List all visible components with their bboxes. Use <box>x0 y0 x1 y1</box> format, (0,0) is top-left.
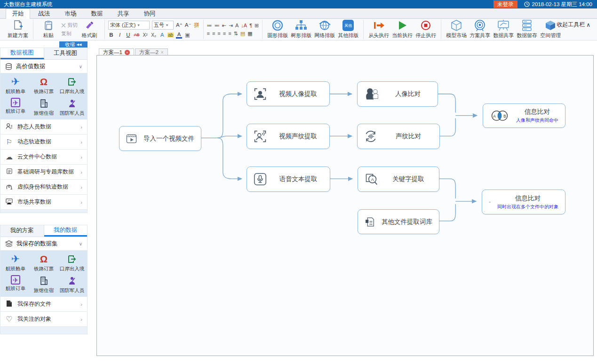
dataset-hotel-stay[interactable]: 旅馆住宿 <box>30 98 58 117</box>
dataset-border-entry[interactable]: 口岸出入境 <box>58 76 86 95</box>
sidebar-item-static-personnel[interactable]: 静态人员数据› <box>0 119 87 135</box>
tree-layout-button[interactable]: 树形排版 <box>289 19 313 40</box>
align-center-button[interactable]: ≡ <box>212 31 215 36</box>
dataset-military-personnel[interactable]: 国防军人员 <box>58 98 86 117</box>
font-size-select[interactable]: 五号▾ <box>152 21 174 30</box>
highlight-button[interactable]: ab <box>167 32 174 38</box>
sidebar-item-followed-objects[interactable]: ♡ 我关注的对象› <box>0 312 87 327</box>
cut-button[interactable]: 剪切 <box>61 22 78 29</box>
node-info-compare-2[interactable]: A B 信息比对 同时出现在多个文件中的对象 <box>482 190 565 214</box>
format-painter-button[interactable]: 格式刷 <box>78 19 101 40</box>
char-shading-button[interactable]: ▣ <box>184 32 191 38</box>
data-share-button[interactable]: 数据共享 <box>492 19 515 40</box>
data-retention-button[interactable]: 数据留存 <box>515 19 539 40</box>
menu-tab-data[interactable]: 数据 <box>85 8 109 18</box>
phonetic-guide-button[interactable]: 拼 <box>194 22 200 29</box>
dataset-flight-manifest[interactable]: ✈ 航班舱单 <box>1 76 30 95</box>
italic-button[interactable]: I <box>117 32 123 38</box>
sidebar-item-market-shared[interactable]: 市场共享数据› <box>0 195 87 210</box>
node-info-compare-1[interactable]: A B 信息比对 人像和声纹共同命中 <box>483 103 565 128</box>
align-right-button[interactable]: ≡ <box>217 31 220 36</box>
flow-canvas[interactable]: 导入一个视频文件 视频人像提取 视频声纹提取 语音文本提取 人像比对 声纹比对 … <box>96 55 594 356</box>
tab-data-view[interactable]: 数据视图 <box>0 48 44 59</box>
model-market-button[interactable]: 模型市场 <box>445 19 468 40</box>
dataset-rail-ticket[interactable]: Ω 铁路订票 <box>30 76 58 95</box>
node-other-file-lexicon[interactable]: 其他文件提取词库 <box>358 209 439 234</box>
bold-button[interactable]: B <box>108 32 114 38</box>
new-plan-button[interactable]: 新建方案 <box>6 19 30 40</box>
run-from-start-button[interactable]: 从头执行 <box>367 19 390 40</box>
copy-button[interactable]: 复制 <box>61 30 78 37</box>
menu-tab-market[interactable]: 市场 <box>58 8 83 18</box>
node-face-compare[interactable]: 人像比对 <box>357 81 438 107</box>
decrease-indent-button[interactable]: ⇤ <box>222 23 226 29</box>
stop-button[interactable]: 停止执行 <box>414 19 438 40</box>
underline-button[interactable]: U <box>125 32 131 38</box>
network-layout-button[interactable]: 网络排版 <box>313 19 336 40</box>
numbered-list-button[interactable]: ≕ <box>215 23 220 29</box>
grow-font-button[interactable]: A⁺ <box>176 22 183 28</box>
line-spacing-button[interactable]: ⇅ <box>234 31 238 37</box>
paste-button[interactable]: 粘贴 <box>37 19 60 40</box>
tab-my-plans[interactable]: 我的方案 <box>0 225 44 237</box>
strikethrough-button[interactable]: AB <box>134 32 140 37</box>
menu-tab-collab[interactable]: 协同 <box>137 8 162 18</box>
sidebar-collapse-button[interactable]: 收缩◀◀ <box>59 41 88 47</box>
toolbar-group-run: 从头执行 当前执行 停止执行 <box>364 20 441 39</box>
borders-button[interactable]: ▦ <box>247 31 252 37</box>
dataset-flight-manifest[interactable]: ✈ 航班舱单 <box>1 253 30 272</box>
node-speech-text-extract[interactable]: 语音文本提取 <box>247 166 330 192</box>
distribute-button[interactable]: ≡ <box>228 31 231 36</box>
insert-table-button[interactable]: ⊞ <box>255 23 259 29</box>
run-current-button[interactable]: 当前执行 <box>390 19 414 40</box>
text-effects-button[interactable]: A <box>159 32 165 38</box>
show-marks-button[interactable]: ¶ <box>249 23 252 28</box>
sidebar-item-research-library[interactable]: 基础调研与专题库数据› <box>0 165 87 180</box>
dataset-hotel-stay[interactable]: 旅馆住宿 <box>30 275 58 294</box>
sort-button[interactable]: ↓A <box>241 23 247 28</box>
node-import-video[interactable]: 导入一个视频文件 <box>119 126 201 151</box>
justify-button[interactable]: ≡ <box>223 31 226 36</box>
plan-tab-1[interactable]: 方案—1 × <box>99 48 134 55</box>
bullet-list-button[interactable]: ≔ <box>207 23 212 29</box>
superscript-button[interactable]: X² <box>142 32 148 38</box>
tab-my-data[interactable]: 我的数据 <box>44 225 88 237</box>
plan-tab-2[interactable]: 方案—2 × <box>135 48 168 55</box>
airplane-ticket-icon: ✈ <box>11 98 20 107</box>
dataset-border-entry[interactable]: 口岸出入境 <box>58 253 86 272</box>
voice-sync-icon <box>364 130 377 143</box>
saved-dataset-header[interactable]: 我保存的数据集 ∨ <box>0 237 87 251</box>
sidebar-item-dynamic-track[interactable]: ⚐ 动态轨迹数据› <box>0 135 87 150</box>
sidebar-item-cloud-file[interactable]: ☁ 云文件中心数据› <box>0 150 87 165</box>
dataset-flight-order[interactable]: ✈ 航班订单 <box>1 98 30 117</box>
dataset-flight-order[interactable]: ✈ 航班订单 <box>1 275 30 294</box>
close-tab-icon[interactable]: × <box>125 50 130 55</box>
plan-share-button[interactable]: 方案共享 <box>468 19 492 40</box>
increase-indent-button[interactable]: ⇥ <box>229 23 233 29</box>
collapse-toolbar-link[interactable]: 收起工具栏∧ <box>557 21 590 29</box>
subscript-button[interactable]: X₂ <box>151 32 157 38</box>
node-voiceprint-compare[interactable]: 声纹比对 <box>357 124 440 149</box>
char-scale-button[interactable]: A <box>235 23 239 28</box>
dataset-rail-ticket[interactable]: Ω 铁路订票 <box>30 253 58 272</box>
shrink-font-button[interactable]: A⁻ <box>185 22 191 28</box>
node-video-voiceprint-extract[interactable]: 视频声纹提取 <box>247 124 330 149</box>
sidebar-item-virtual-identity[interactable]: 虚拟身份和轨迹数据› <box>0 180 87 195</box>
sidebar-item-saved-files[interactable]: 我保存的文件› <box>0 297 87 312</box>
tab-tool-view[interactable]: 工具视图 <box>44 48 88 59</box>
shading-fill-button[interactable]: ▤ <box>240 31 245 37</box>
align-left-button[interactable]: ≡ <box>207 31 210 36</box>
close-tab-icon[interactable]: × <box>161 50 164 55</box>
font-color-button[interactable]: A <box>176 32 182 39</box>
font-name-select[interactable]: 宋体 (正文)▾ <box>108 21 150 30</box>
high-value-data-header[interactable]: 高价值数据 ∨ <box>0 60 87 73</box>
node-video-face-extract[interactable]: 视频人像提取 <box>247 81 330 106</box>
login-status-badge[interactable]: 未登录 <box>494 0 517 8</box>
menu-tab-share[interactable]: 共享 <box>111 8 135 18</box>
menu-tab-start[interactable]: 开始 <box>6 8 30 19</box>
circle-layout-button[interactable]: 圆形排版 <box>266 19 289 40</box>
dataset-military-personnel[interactable]: 国防军人员 <box>58 275 86 294</box>
node-keyword-extract[interactable]: A 关键字提取 <box>358 166 439 192</box>
menu-tab-tactics[interactable]: 战法 <box>32 8 56 18</box>
other-layout-button[interactable]: 其他 其他排版 <box>336 19 360 40</box>
